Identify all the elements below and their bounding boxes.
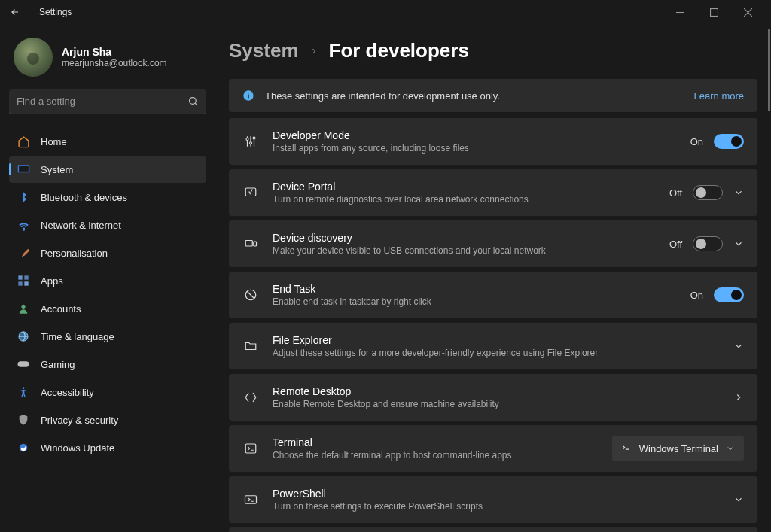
- developer-mode-toggle[interactable]: [714, 134, 744, 149]
- setting-desc: Choose the default terminal app to host …: [273, 450, 612, 461]
- sidebar: Arjun Sha mearjunsha@outlook.com Home Sy…: [0, 24, 215, 532]
- setting-desc: Adjust these settings for a more develop…: [273, 348, 733, 358]
- sidebar-item-accessibility[interactable]: Accessibility: [9, 378, 206, 406]
- learn-more-link[interactable]: Learn more: [694, 90, 744, 102]
- scrollbar-thumb[interactable]: [768, 29, 770, 111]
- setting-desc: Enable end task in taskbar by right clic…: [273, 296, 690, 307]
- sidebar-item-privacy[interactable]: Privacy & security: [9, 406, 206, 433]
- setting-title: End Task: [273, 283, 690, 295]
- svg-point-19: [253, 137, 255, 139]
- scrollbar[interactable]: [767, 24, 770, 532]
- sidebar-item-label: Bluetooth & devices: [41, 192, 127, 203]
- profile[interactable]: Arjun Sha mearjunsha@outlook.com: [9, 30, 206, 89]
- svg-rect-22: [254, 242, 257, 246]
- no-entry-icon: [242, 288, 259, 302]
- close-button[interactable]: [731, 0, 765, 24]
- chevron-right-icon[interactable]: [733, 392, 744, 403]
- sidebar-item-label: Home: [41, 136, 67, 147]
- setting-file-explorer[interactable]: File Explorer Adjust these settings for …: [229, 323, 757, 369]
- breadcrumb: System For developers: [229, 39, 757, 62]
- svg-point-18: [250, 142, 252, 144]
- chevron-down-icon[interactable]: [733, 494, 744, 505]
- powershell-icon: [242, 493, 259, 506]
- svg-rect-24: [245, 444, 256, 453]
- breadcrumb-parent[interactable]: System: [229, 39, 299, 62]
- svg-rect-11: [18, 361, 29, 367]
- sidebar-item-update[interactable]: Windows Update: [9, 434, 206, 461]
- sidebar-item-label: Windows Update: [41, 442, 114, 454]
- folder-icon: [242, 339, 259, 353]
- setting-desc: Turn on remote diagnostics over local ar…: [273, 194, 669, 205]
- svg-rect-5: [18, 275, 22, 279]
- setting-desc: Enable Remote Desktop and ensure machine…: [273, 399, 733, 409]
- person-icon: [17, 302, 30, 315]
- search-input[interactable]: [17, 96, 187, 107]
- dropdown-value: Windows Terminal: [639, 443, 718, 454]
- setting-developer-mode[interactable]: Developer Mode Install apps from any sou…: [229, 118, 757, 165]
- svg-rect-21: [245, 241, 252, 247]
- search-icon: [187, 96, 199, 107]
- toggle-state-label: Off: [669, 239, 682, 250]
- sidebar-item-accounts[interactable]: Accounts: [9, 295, 206, 322]
- sidebar-item-bluetooth[interactable]: Bluetooth & devices: [9, 184, 206, 211]
- setting-powershell[interactable]: PowerShell Turn on these settings to exe…: [229, 476, 757, 523]
- svg-rect-8: [24, 281, 28, 285]
- chevron-right-icon: [309, 47, 318, 56]
- window-title: Settings: [39, 7, 72, 17]
- avatar: [14, 38, 53, 77]
- end-task-toggle[interactable]: [714, 287, 744, 302]
- svg-rect-15: [248, 95, 248, 99]
- svg-point-9: [21, 305, 25, 309]
- svg-point-1: [190, 98, 197, 105]
- svg-rect-16: [248, 93, 248, 93]
- svg-rect-6: [24, 275, 28, 279]
- sidebar-item-label: System: [41, 164, 73, 175]
- accessibility-icon: [17, 385, 30, 399]
- setting-title: Developer Mode: [273, 129, 690, 141]
- titlebar: Settings: [0, 0, 771, 24]
- sidebar-item-system[interactable]: System: [9, 156, 206, 183]
- info-banner: These settings are intended for developm…: [229, 79, 757, 112]
- setting-partial: [229, 527, 757, 532]
- toggle-state-label: Off: [669, 187, 682, 199]
- setting-title: Remote Desktop: [273, 385, 733, 397]
- device-portal-toggle[interactable]: [693, 185, 723, 200]
- sidebar-item-network[interactable]: Network & internet: [9, 211, 206, 239]
- sidebar-item-gaming[interactable]: Gaming: [9, 351, 206, 378]
- setting-terminal[interactable]: Terminal Choose the default terminal app…: [229, 425, 757, 472]
- sidebar-item-label: Apps: [41, 275, 63, 287]
- device-discovery-toggle[interactable]: [693, 236, 723, 251]
- svg-rect-7: [18, 281, 22, 285]
- search-box[interactable]: [9, 89, 206, 114]
- page-title: For developers: [329, 39, 469, 62]
- globe-icon: [17, 330, 30, 343]
- back-button[interactable]: [6, 7, 24, 17]
- setting-title: Device Portal: [273, 181, 669, 193]
- setting-end-task[interactable]: End Task Enable end task in taskbar by r…: [229, 272, 757, 318]
- sidebar-item-personalisation[interactable]: Personalisation: [9, 239, 206, 266]
- svg-rect-0: [711, 8, 718, 16]
- sidebar-item-apps[interactable]: Apps: [9, 267, 206, 294]
- main-content: System For developers These settings are…: [215, 24, 771, 532]
- sidebar-item-label: Accessibility: [41, 387, 94, 398]
- setting-title: Terminal: [273, 436, 612, 448]
- terminal-dropdown[interactable]: Windows Terminal: [612, 436, 744, 461]
- svg-rect-3: [19, 166, 29, 172]
- sidebar-item-label: Privacy & security: [41, 415, 118, 426]
- toggle-state-label: On: [690, 136, 703, 147]
- chevron-down-icon[interactable]: [733, 187, 744, 198]
- setting-remote-desktop[interactable]: Remote Desktop Enable Remote Desktop and…: [229, 374, 757, 421]
- terminal-icon: [242, 442, 259, 455]
- system-icon: [17, 163, 30, 176]
- setting-device-discovery[interactable]: Device discovery Make your device visibl…: [229, 220, 757, 267]
- sidebar-item-time-language[interactable]: Time & language: [9, 323, 206, 350]
- minimize-button[interactable]: [663, 0, 697, 24]
- brush-icon: [17, 246, 30, 260]
- maximize-button[interactable]: [697, 0, 731, 24]
- apps-icon: [17, 274, 30, 287]
- home-icon: [17, 135, 30, 148]
- setting-device-portal[interactable]: Device Portal Turn on remote diagnostics…: [229, 169, 757, 216]
- sidebar-item-home[interactable]: Home: [9, 128, 206, 155]
- chevron-down-icon[interactable]: [733, 239, 744, 249]
- chevron-down-icon[interactable]: [733, 341, 744, 351]
